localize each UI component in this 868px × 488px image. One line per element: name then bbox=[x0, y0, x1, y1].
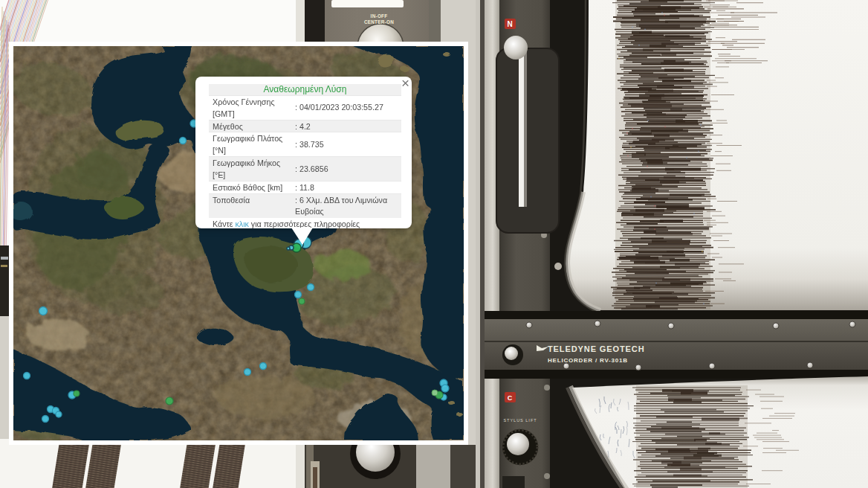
svg-text:TELEDYNE GEOTECH: TELEDYNE GEOTECH bbox=[548, 344, 645, 353]
svg-text:STYLUS LIFT: STYLUS LIFT bbox=[503, 418, 537, 423]
svg-text:C: C bbox=[508, 394, 513, 402]
svg-text:IN-OFF: IN-OFF bbox=[371, 13, 388, 19]
svg-text:N: N bbox=[507, 20, 512, 28]
svg-text:CENTER-ON: CENTER-ON bbox=[364, 19, 394, 25]
svg-text:HELICORDER / RV-301B: HELICORDER / RV-301B bbox=[548, 357, 628, 364]
